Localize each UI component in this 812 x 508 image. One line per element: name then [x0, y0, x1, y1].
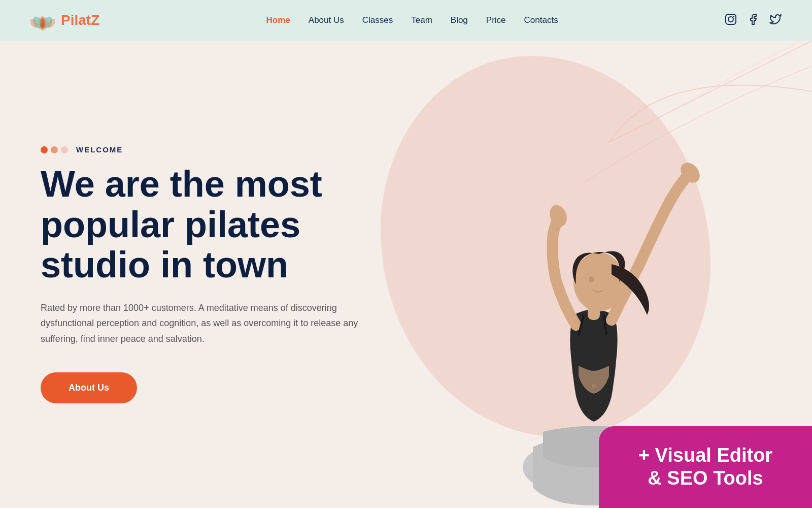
dot-1 [41, 146, 48, 153]
svg-point-15 [573, 252, 624, 311]
dot-2 [51, 146, 58, 153]
hero-section: WELCOME We are the most popular pilates … [0, 41, 812, 508]
svg-point-17 [592, 384, 596, 388]
dots-decoration [41, 146, 68, 153]
svg-rect-8 [726, 14, 736, 24]
dot-3 [61, 146, 68, 153]
logo-icon [30, 8, 55, 33]
nav-blog[interactable]: Blog [451, 15, 468, 25]
hero-subtitle: Rated by more than 1000+ customers. A me… [41, 300, 376, 347]
about-us-button[interactable]: About Us [41, 372, 137, 403]
svg-point-16 [589, 276, 594, 282]
welcome-row: WELCOME [41, 145, 376, 154]
svg-point-7 [41, 23, 45, 27]
hero-title: We are the most popular pilates studio i… [41, 164, 376, 285]
nav-classes[interactable]: Classes [362, 15, 393, 25]
navbar: PilatZ Home About Us Classes Team Blog P… [0, 0, 812, 41]
nav-home[interactable]: Home [266, 15, 290, 25]
nav-team[interactable]: Team [411, 15, 432, 25]
promo-text: + Visual Editor & SEO Tools [627, 444, 784, 490]
svg-point-10 [733, 16, 734, 17]
twitter-icon[interactable] [769, 13, 782, 28]
nav-contacts[interactable]: Contacts [524, 15, 558, 25]
svg-point-9 [728, 17, 733, 22]
nav-about[interactable]: About Us [309, 15, 344, 25]
promo-banner: + Visual Editor & SEO Tools [599, 426, 812, 508]
social-links [725, 13, 782, 28]
instagram-icon[interactable] [725, 13, 737, 28]
facebook-icon[interactable] [747, 13, 759, 28]
logo[interactable]: PilatZ [30, 8, 99, 33]
brand-name: PilatZ [61, 12, 99, 28]
hero-content: WELCOME We are the most popular pilates … [0, 145, 376, 403]
welcome-label: WELCOME [76, 145, 123, 154]
nav-links: Home About Us Classes Team Blog Price Co… [266, 15, 558, 25]
nav-price[interactable]: Price [486, 15, 506, 25]
